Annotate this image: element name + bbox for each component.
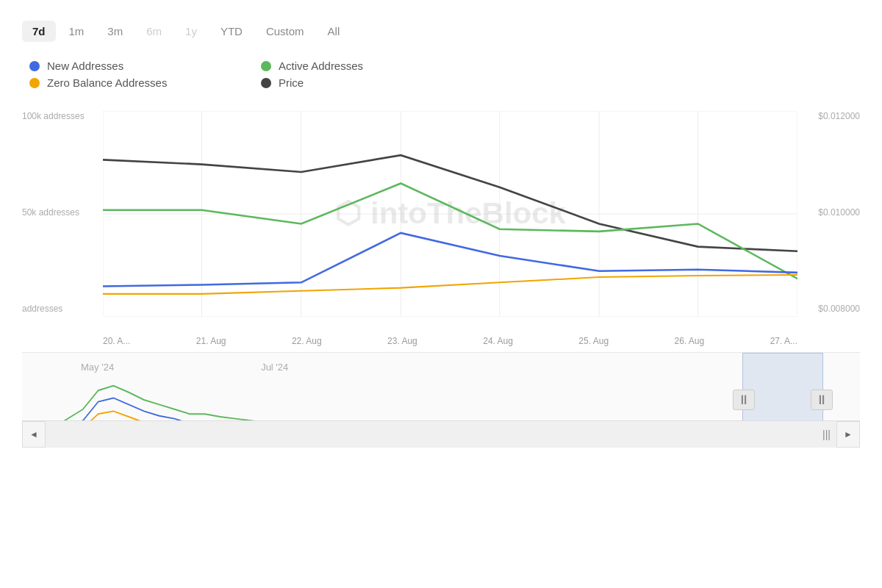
- legend-label-price: Price: [279, 76, 304, 89]
- btn-custom[interactable]: Custom: [256, 21, 315, 42]
- x-label-4: 24. Aug: [483, 336, 513, 346]
- x-axis: 20. A... 21. Aug 22. Aug 23. Aug 24. Aug…: [103, 320, 797, 346]
- navigator-controls: ◄ ||| ►: [22, 420, 860, 447]
- y-axis-right: $0.012000 $0.010000 $0.008000: [794, 111, 860, 317]
- y-label-right-top: $0.012000: [818, 111, 860, 121]
- x-label-0: 20. A...: [103, 336, 130, 346]
- btn-6m: 6m: [136, 21, 172, 42]
- navigator-handle-right-icon[interactable]: ⏸: [811, 390, 833, 410]
- legend-price: Price: [261, 76, 463, 89]
- btn-all[interactable]: All: [318, 21, 351, 42]
- overview-chart[interactable]: May '24 Jul '24 ⏸ ⏸ ◄ ||| ►: [22, 352, 860, 448]
- y-axis-left: 100k addresses 50k addresses addresses: [22, 111, 110, 317]
- y-label-right-mid: $0.010000: [818, 207, 860, 218]
- y-label-right-bottom: $0.008000: [818, 304, 860, 314]
- legend-dot-active-addresses: [261, 61, 271, 71]
- nav-arrow-left[interactable]: ◄: [22, 421, 46, 448]
- btn-1y: 1y: [175, 21, 207, 42]
- nav-scroll-icon: |||: [822, 429, 831, 440]
- x-label-5: 25. Aug: [578, 336, 609, 346]
- legend-label-zero-balance: Zero Balance Addresses: [47, 76, 167, 89]
- legend-label-new-addresses: New Addresses: [47, 60, 123, 72]
- y-label-bottom: addresses: [22, 304, 110, 314]
- btn-1m[interactable]: 1m: [59, 21, 95, 42]
- chart-legend: New Addresses Active Addresses Zero Bala…: [22, 60, 463, 89]
- btn-7d[interactable]: 7d: [22, 21, 56, 42]
- x-label-7: 27. A...: [770, 336, 797, 346]
- x-label-2: 22. Aug: [292, 336, 322, 346]
- main-container: 7d 1m 3m 6m 1y YTD Custom All New Addres…: [0, 0, 882, 588]
- legend-dot-new-addresses: [29, 61, 40, 71]
- x-label-3: 23. Aug: [387, 336, 417, 346]
- y-label-top: 100k addresses: [22, 111, 110, 121]
- legend-new-addresses: New Addresses: [29, 60, 232, 72]
- nav-arrow-right[interactable]: ►: [836, 421, 860, 448]
- legend-dot-zero-balance: [29, 78, 40, 88]
- chart-svg: ⬡ intoTheBlock: [103, 111, 797, 317]
- legend-label-active-addresses: Active Addresses: [279, 60, 363, 72]
- btn-3m[interactable]: 3m: [97, 21, 133, 42]
- main-chart: 100k addresses 50k addresses addresses $…: [22, 111, 860, 346]
- chart-svg-container: ⬡ intoTheBlock: [103, 111, 797, 317]
- x-label-1: 21. Aug: [196, 336, 226, 346]
- btn-ytd[interactable]: YTD: [210, 21, 253, 42]
- legend-dot-price: [261, 78, 271, 88]
- navigator-handle-left-icon[interactable]: ⏸: [733, 390, 755, 410]
- legend-active-addresses: Active Addresses: [261, 60, 463, 72]
- x-label-6: 26. Aug: [674, 336, 704, 346]
- legend-zero-balance: Zero Balance Addresses: [29, 76, 232, 89]
- y-label-mid: 50k addresses: [22, 207, 110, 218]
- time-range-bar: 7d 1m 3m 6m 1y YTD Custom All: [22, 21, 860, 42]
- nav-scroll-area[interactable]: |||: [46, 421, 836, 448]
- svg-text:⬡ intoTheBlock: ⬡ intoTheBlock: [334, 196, 567, 231]
